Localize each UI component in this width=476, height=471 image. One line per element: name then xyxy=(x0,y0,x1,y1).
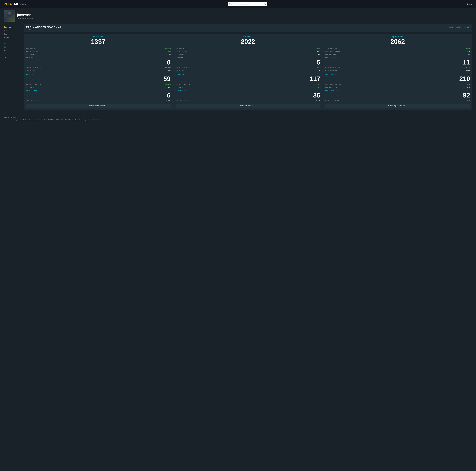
squad-rounds-value: 187 xyxy=(468,53,470,55)
search-input[interactable] xyxy=(229,3,263,5)
duo-win-ratio-label: DUO WIN RATIO xyxy=(175,70,186,71)
sidebar-item-na[interactable]: NA xyxy=(4,42,21,45)
sidebar-item-duo[interactable]: Duo xyxy=(4,32,21,36)
footer-disclaimer: This is a community made website, and is… xyxy=(4,119,472,121)
sidebar-item-eu[interactable]: EU xyxy=(4,45,21,49)
chevron-right-icon: › xyxy=(106,105,107,107)
squad-kills-value: 210 xyxy=(325,75,470,82)
profile-last-updated: Last updated 5 hours ago xyxy=(17,17,34,19)
solo-kd-label: SOLO K/D RATIO xyxy=(26,87,36,88)
duo-kd-value: 1.04 xyxy=(318,86,320,88)
duo-top10-value: 36 xyxy=(175,92,320,99)
squad-kill-rank-label: SQUAD KILL RANK IN EU xyxy=(325,84,341,85)
sidebar-item-solo[interactable]: Solo xyxy=(4,29,21,32)
footer: Made by @jmswrnr. This is a community ma… xyxy=(0,114,476,123)
chevron-right-icon: › xyxy=(407,105,407,107)
duo-wins-value: 5 xyxy=(175,59,320,66)
solo-top10-value: 6 xyxy=(26,92,170,99)
more-duo-label: MORE DUO STATS xyxy=(240,105,255,107)
solo-win-rank-row: SOLO WIN RANK IN EU #330810 xyxy=(26,66,170,69)
squad-win-ratio-row: SQUAD WIN RATIO 5.88% xyxy=(325,69,470,72)
logo-area: PUBG.ME COMMUNITYWEBSITE xyxy=(4,2,28,6)
footer-made-by-link[interactable]: @jmswrnr xyxy=(10,117,17,118)
solo-win-rank-value: #330810 xyxy=(165,67,170,69)
main-container: Overview Solo Duo Squad NA EU AS OC SA E… xyxy=(0,24,476,114)
sidebar-nav-section: Overview Solo Duo Squad xyxy=(4,25,21,39)
solo-rank-value: #299965 xyxy=(165,48,170,49)
solo-kill-rank-value: #186626 xyxy=(165,84,170,85)
sidebar-item-oc[interactable]: OC xyxy=(4,52,21,55)
more-squad-label: MORE SQUAD STATS xyxy=(388,105,406,107)
duo-kills-header: DUO KILLS xyxy=(175,74,320,75)
solo-kd-row: SOLO K/D RATIO 1.40 xyxy=(26,86,170,88)
solo-rounds-label: SOLO ROUNDS xyxy=(26,53,35,55)
squad-top10-ratio-value: 49.20% xyxy=(465,100,470,102)
solo-win-ratio-label: SOLO WIN RATIO xyxy=(26,70,37,71)
season-info: EARLY ACCESS SEASON #1 EU OVERVIEW xyxy=(26,26,61,31)
logo-pubg: PUBG.ME xyxy=(4,2,19,6)
duo-season-high-label: DUO SEASON HIGH xyxy=(175,51,188,52)
solo-kills-header: SOLO KILLS xyxy=(26,74,170,75)
solo-win-ratio-value: 0.00% xyxy=(167,70,170,71)
duo-top10-ratio-row: DUO TOP 10 RATIO 30.77% xyxy=(175,99,320,102)
more-squad-stats-button[interactable]: MORE SQUAD STATS › xyxy=(325,104,470,108)
duo-rounds-row: DUO ROUNDS 117 xyxy=(175,52,320,55)
squad-win-rank-value: #5732 xyxy=(466,67,470,69)
duo-rating-label: DUO RATING xyxy=(175,36,320,37)
solo-rating-value: 1337 xyxy=(26,38,170,45)
footer-made-by-suffix: . xyxy=(17,117,17,118)
solo-season-high-value: 1436 xyxy=(168,51,170,52)
profile-section: jmswrnr Last updated 5 hours ago xyxy=(0,8,476,24)
squad-top10-ratio-label: SQUAD TOP 10 RATIO xyxy=(325,100,340,102)
squad-kills-header: SQUAD KILLS xyxy=(325,74,470,75)
sign-in-button[interactable]: Sign In xyxy=(467,3,472,5)
solo-kd-value: 1.40 xyxy=(168,86,170,88)
solo-rating-label: SOLO RATING xyxy=(26,36,170,37)
footer-disclaimer-end: with PLAYERUNKNOWN'S BATTLEGROUNDS, Blue… xyxy=(42,119,100,121)
season-subtitle: EU OVERVIEW xyxy=(26,29,61,31)
sidebar-item-as[interactable]: AS xyxy=(4,49,21,52)
duo-top10-header: DUO TOP 10'S xyxy=(175,90,320,91)
footer-made-by-prefix: Made by xyxy=(4,117,10,118)
stats-grid: SOLO RATING 1337 SOLO RANK IN EU #299965… xyxy=(24,34,472,110)
solo-season-high-label: SOLO SEASON HIGH xyxy=(26,51,39,52)
squad-season-high-label: SQUAD SEASON HIGH xyxy=(325,51,340,52)
duo-win-rank-label: DUO WIN RANK IN EU xyxy=(175,67,189,69)
season-title: EARLY ACCESS SEASON #1 xyxy=(26,26,61,29)
squad-top10-value: 92 xyxy=(325,92,470,99)
squad-win-ratio-label: SQUAD WIN RATIO xyxy=(325,70,338,71)
logo: PUBG.ME xyxy=(4,2,19,6)
duo-win-rank-value: #5261 xyxy=(316,67,320,69)
more-duo-stats-button[interactable]: MORE DUO STATS › xyxy=(175,104,320,108)
solo-kills-value: 59 xyxy=(26,75,170,82)
duo-kills-value: 117 xyxy=(175,75,320,82)
duo-rounds-label: DUO ROUNDS xyxy=(175,53,185,55)
solo-kill-rank-label: SOLO KILL RANK IN EU xyxy=(26,84,41,85)
solo-win-ratio-row: SOLO WIN RATIO 0.00% xyxy=(26,69,170,72)
more-solo-stats-button[interactable]: MORE SOLO STATS › xyxy=(26,104,170,108)
sidebar-item-overview[interactable]: Overview xyxy=(4,25,21,29)
solo-wins-header: SOLO WINS xyxy=(26,57,170,58)
avatar xyxy=(4,10,15,22)
squad-season-high-row: SQUAD SEASON HIGH 2072 xyxy=(325,50,470,52)
duo-kd-label: DUO K/D RATIO xyxy=(175,87,186,88)
search-bar[interactable]: 🔍 xyxy=(228,2,267,6)
sidebar-item-sa[interactable]: SA xyxy=(4,55,21,59)
duo-top10-ratio-label: DUO TOP 10 RATIO xyxy=(175,100,188,102)
profile-name: jmswrnr xyxy=(17,13,34,17)
squad-card: SQUAD RATING 2062 SQUAD RANK IN EU #5950… xyxy=(323,34,472,110)
duo-season-high-row: DUO SEASON HIGH 2028 xyxy=(175,50,320,52)
duo-win-ratio-row: DUO WIN RATIO 4.27% xyxy=(175,69,320,72)
duo-rank-value: #6959 xyxy=(316,48,320,49)
duo-rank-row: DUO RANK IN EU #6959 xyxy=(175,47,320,50)
sidebar-item-squad[interactable]: Squad xyxy=(4,36,21,39)
squad-rating-label: SQUAD RATING xyxy=(325,36,470,37)
squad-top10-header: SQUAD TOP 10'S xyxy=(325,90,470,91)
squad-rank-value: #5950 xyxy=(466,48,470,49)
duo-rounds-value: 117 xyxy=(318,53,320,55)
solo-rounds-row: SOLO ROUNDS 42 xyxy=(26,52,170,55)
solo-kill-rank-row: SOLO KILL RANK IN EU #186626 xyxy=(26,83,170,86)
profile-info: jmswrnr Last updated 5 hours ago xyxy=(17,13,34,19)
duo-win-ratio-value: 4.27% xyxy=(316,70,320,71)
solo-top10-header: SOLO TOP 10'S xyxy=(26,90,170,91)
